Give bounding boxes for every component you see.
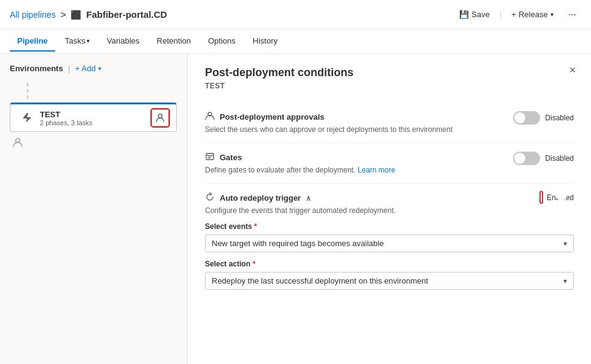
post-conditions-button[interactable] xyxy=(152,109,169,126)
approvals-description: Select the users who can approve or reje… xyxy=(205,125,500,134)
plus-icon: + xyxy=(511,10,516,19)
left-panel: Environments | + Add ▾ TEST 2 phases, 3 … xyxy=(0,54,187,364)
all-pipelines-link[interactable]: All pipelines xyxy=(10,10,56,20)
save-label: Save xyxy=(471,10,490,19)
auto-redeploy-chevron-icon xyxy=(306,193,311,203)
env-card-name: TEST xyxy=(40,110,147,119)
gates-toggle[interactable] xyxy=(513,152,540,165)
select-action-label-text: Select action xyxy=(205,260,250,268)
panel-subtitle: TEST xyxy=(205,82,574,90)
gates-description: Define gates to evaluate after the deplo… xyxy=(205,166,500,174)
env-person-icon xyxy=(12,137,23,148)
svg-rect-3 xyxy=(206,153,214,160)
tab-tasks[interactable]: Tasks ▾ xyxy=(58,31,97,52)
gates-icon xyxy=(205,152,215,163)
select-action-label: Select action * xyxy=(205,260,574,268)
select-events-chevron-icon: ▾ xyxy=(563,239,567,248)
chevron-down-icon: ▾ xyxy=(550,11,554,18)
breadcrumb-sep: > xyxy=(61,9,66,20)
breadcrumb: All pipelines > ⬛ Fabfiber-portal.CD xyxy=(10,9,454,20)
auto-redeploy-toggle-area: Enabled xyxy=(500,192,574,203)
release-button[interactable]: + Release ▾ xyxy=(506,7,558,21)
approvals-toggle[interactable] xyxy=(513,111,540,125)
tab-retention[interactable]: Retention xyxy=(149,31,198,52)
approvals-title: Post-deployment approvals xyxy=(220,112,324,122)
select-events-section: Select events * New target with required… xyxy=(205,222,574,252)
auto-redeploy-description: Configure the events that trigger automa… xyxy=(205,206,500,215)
select-action-chevron-icon: ▾ xyxy=(563,277,567,285)
save-button[interactable]: 💾 Save xyxy=(454,7,495,21)
select-action-value: Redeploy the last successful deployment … xyxy=(212,276,428,285)
env-card-sub: 2 phases, 3 tasks xyxy=(40,119,147,126)
top-actions-sep: | xyxy=(500,10,501,19)
auto-redeploy-header-row: Auto redeploy trigger Configure the even… xyxy=(205,192,574,215)
tab-history[interactable]: History xyxy=(245,31,285,52)
tab-pipeline[interactable]: Pipeline xyxy=(10,31,55,52)
env-card-lightning-icon xyxy=(18,109,35,126)
more-options-button[interactable]: ··· xyxy=(563,7,581,23)
approvals-section-left: Post-deployment approvals Select the use… xyxy=(205,111,500,134)
auto-redeploy-section: Auto redeploy trigger Configure the even… xyxy=(205,184,574,298)
save-icon: 💾 xyxy=(459,10,469,19)
pipeline-type-icon: ⬛ xyxy=(71,10,81,20)
add-environment-button[interactable]: + Add ▾ xyxy=(75,64,101,73)
panel-title: Post-deployment conditions xyxy=(205,66,574,79)
approvals-toggle-label: Disabled xyxy=(545,114,574,122)
pipeline-name: Fabfiber-portal.CD xyxy=(86,9,167,20)
gates-section-left: Gates Define gates to evaluate after the… xyxy=(205,152,500,174)
auto-redeploy-left: Auto redeploy trigger Configure the even… xyxy=(205,192,500,215)
auto-redeploy-header[interactable]: Auto redeploy trigger xyxy=(205,192,500,204)
select-action-required: * xyxy=(252,260,255,268)
select-events-label-text: Select events xyxy=(205,222,252,231)
approvals-icon xyxy=(205,111,215,123)
close-icon: ✕ xyxy=(569,65,576,75)
connector-line xyxy=(27,83,28,101)
select-events-required: * xyxy=(254,222,257,231)
gates-header: Gates xyxy=(205,152,500,163)
add-chevron-icon: ▾ xyxy=(98,65,101,72)
gates-toggle-label: Disabled xyxy=(545,154,574,163)
add-label: + Add xyxy=(75,64,96,73)
select-events-label: Select events * xyxy=(205,222,574,231)
tab-variables[interactable]: Variables xyxy=(99,31,147,52)
gates-desc-text: Define gates to evaluate after the deplo… xyxy=(205,166,356,174)
tab-bar: Pipeline Tasks ▾ Variables Retention Opt… xyxy=(0,29,591,54)
auto-redeploy-icon xyxy=(205,192,215,204)
top-bar: All pipelines > ⬛ Fabfiber-portal.CD 💾 S… xyxy=(0,0,591,29)
env-card-info: TEST 2 phases, 3 tasks xyxy=(40,110,147,126)
gates-toggle-area: Disabled xyxy=(500,152,574,165)
select-action-section: Select action * Redeploy the last succes… xyxy=(205,260,574,290)
main-area: Environments | + Add ▾ TEST 2 phases, 3 … xyxy=(0,54,591,364)
approvals-toggle-area: Disabled xyxy=(500,111,574,125)
select-events-dropdown[interactable]: New target with required tags becomes av… xyxy=(205,234,574,252)
select-action-dropdown[interactable]: Redeploy the last successful deployment … xyxy=(205,272,574,290)
gates-learn-more-link[interactable]: Learn more xyxy=(358,166,395,174)
right-panel: ✕ Post-deployment conditions TEST Post-d… xyxy=(187,54,591,364)
auto-redeploy-toggle-outline xyxy=(541,192,542,203)
auto-redeploy-title: Auto redeploy trigger xyxy=(220,193,301,203)
environments-label: Environments xyxy=(10,64,63,73)
select-events-value: New target with required tags becomes av… xyxy=(212,239,384,248)
tasks-chevron-icon: ▾ xyxy=(87,37,90,44)
environments-header: Environments | + Add ▾ xyxy=(10,64,177,73)
svg-point-0 xyxy=(158,114,162,118)
environment-card: TEST 2 phases, 3 tasks xyxy=(10,103,177,132)
close-button[interactable]: ✕ xyxy=(564,61,581,79)
tab-options[interactable]: Options xyxy=(201,31,243,52)
env-person-row xyxy=(12,137,177,148)
gates-section: Gates Define gates to evaluate after the… xyxy=(205,143,574,184)
gates-title: Gates xyxy=(220,153,242,162)
approvals-section: Post-deployment approvals Select the use… xyxy=(205,103,574,143)
approvals-header: Post-deployment approvals xyxy=(205,111,500,123)
top-actions: 💾 Save | + Release ▾ ··· xyxy=(454,7,581,23)
release-label: Release xyxy=(519,10,548,19)
